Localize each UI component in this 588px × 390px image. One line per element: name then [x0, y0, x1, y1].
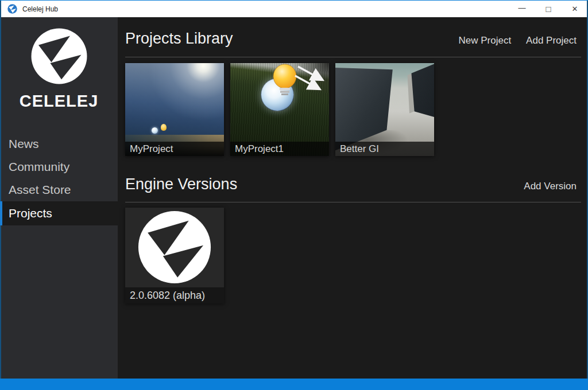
window-left-border	[0, 0, 1, 379]
sidebar-item-label: News	[9, 137, 39, 151]
brand-name: CELELEJ	[0, 92, 118, 111]
engine-version-name: 2.0.6082 (alpha)	[125, 287, 224, 303]
close-button[interactable]: ✕	[562, 1, 588, 17]
app-logo-icon	[7, 4, 17, 14]
project-tile-better-gi[interactable]: Better GI	[335, 63, 434, 156]
window-top-border	[0, 0, 588, 1]
sidebar-item-projects[interactable]: Projects	[0, 201, 118, 225]
app-body: CELELEJ News Community Asset Store Proje…	[0, 17, 588, 379]
add-project-button[interactable]: Add Project	[526, 35, 577, 46]
brand-block: CELELEJ	[0, 17, 118, 111]
sidebar-item-community[interactable]: Community	[0, 155, 118, 178]
maximize-button[interactable]: □	[535, 1, 562, 17]
project-tile-myproject[interactable]: MyProject	[125, 63, 224, 156]
close-icon: ✕	[572, 5, 578, 13]
window-title: Celelej Hub	[22, 5, 58, 13]
project-name: MyProject	[125, 142, 224, 156]
celelej-logo-icon	[30, 28, 88, 85]
window-controls: — □ ✕	[509, 1, 588, 17]
engine-versions-header: Engine Versions Add Version	[125, 176, 581, 193]
project-name: MyProject1	[230, 142, 329, 156]
sidebar-item-news[interactable]: News	[0, 132, 118, 155]
thumbnail-sphere	[152, 127, 158, 134]
maximize-icon: □	[546, 4, 551, 14]
sidebar-nav: News Community Asset Store Projects	[0, 132, 118, 225]
sidebar-item-label: Projects	[9, 206, 52, 220]
minimize-icon: —	[519, 3, 526, 12]
engine-divider	[125, 202, 581, 202]
engine-version-tiles: 2.0.6082 (alpha)	[125, 208, 581, 303]
sidebar-item-asset-store[interactable]: Asset Store	[0, 178, 118, 201]
sidebar: CELELEJ News Community Asset Store Proje…	[0, 17, 118, 379]
projects-divider	[125, 57, 581, 57]
thumbnail-lightbulb-gizmo-icon	[268, 64, 329, 99]
window-bottom-bar	[0, 379, 588, 390]
projects-actions: New Project Add Project	[458, 35, 577, 46]
titlebar[interactable]: Celelej Hub — □ ✕	[0, 1, 588, 17]
projects-library-title: Projects Library	[125, 30, 233, 48]
project-tile-myproject1[interactable]: MyProject1	[230, 63, 329, 156]
add-version-button[interactable]: Add Version	[524, 181, 577, 192]
main-content: Projects Library New Project Add Project…	[118, 17, 588, 379]
engine-versions-title: Engine Versions	[125, 176, 237, 193]
thumbnail-lightbulb-icon	[161, 124, 167, 131]
engine-version-tile[interactable]: 2.0.6082 (alpha)	[125, 208, 224, 303]
projects-library-header: Projects Library New Project Add Project	[125, 30, 581, 48]
engine-actions: Add Version	[524, 181, 577, 192]
project-name: Better GI	[335, 142, 434, 156]
new-project-button[interactable]: New Project	[458, 35, 511, 46]
minimize-button[interactable]: —	[509, 1, 535, 17]
sidebar-item-label: Community	[9, 160, 69, 174]
app-window: Celelej Hub — □ ✕ CELELEJ News Community…	[0, 0, 588, 390]
sidebar-item-label: Asset Store	[9, 183, 71, 197]
project-tiles: MyProject	[125, 63, 581, 156]
celelej-logo-icon	[137, 210, 212, 284]
